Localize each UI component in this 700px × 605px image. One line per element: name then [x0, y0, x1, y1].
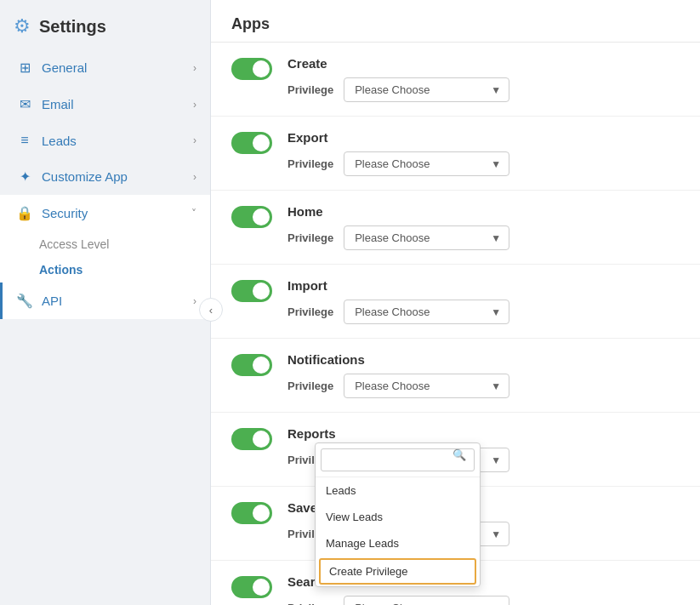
security-icon: 🔒 [16, 205, 33, 221]
perm-info-notifications: Notifications Privilege Please Choose ▼ [287, 352, 680, 398]
leads-arrow: › [193, 134, 196, 146]
privilege-select-import[interactable]: Please Choose [344, 300, 509, 324]
dropdown-option-manage-leads[interactable]: Manage Leads [316, 530, 480, 556]
perm-name-home: Home [287, 204, 680, 219]
select-wrap-search-advanced: Please Choose ▼ [344, 596, 509, 605]
api-icon: 🔧 [16, 293, 33, 309]
toggle-create[interactable] [231, 58, 272, 83]
privilege-select-export[interactable]: Please Choose [344, 151, 509, 176]
leads-label: Leads [42, 134, 185, 148]
perm-name-import: Import [287, 278, 680, 293]
select-wrap-notifications: Please Choose ▼ [344, 374, 509, 398]
privilege-row-create: Privilege Please Choose ▼ [287, 77, 680, 102]
sidebar-item-customize-app[interactable]: ✦ Customize App › [0, 158, 210, 195]
permission-row-export: Export Privilege Please Choose ▼ [211, 117, 700, 191]
privilege-select-home[interactable]: Please Choose [344, 225, 509, 250]
toggle-save-as-view[interactable] [231, 502, 272, 527]
sidebar-item-security[interactable]: 🔒 Security ˅ [0, 195, 210, 231]
perm-name-export: Export [287, 130, 680, 145]
sidebar-title: Settings [39, 17, 106, 37]
privilege-select-search-advanced[interactable]: Please Choose [344, 596, 509, 605]
privilege-row-export: Privilege Please Choose ▼ [287, 151, 680, 176]
toggle-reports[interactable] [231, 428, 272, 453]
select-wrap-create: Please Choose ▼ [344, 77, 509, 102]
select-wrap-home: Please Choose ▼ [344, 225, 509, 250]
toggle-notifications[interactable] [231, 354, 272, 379]
dropdown-option-leads[interactable]: Leads [316, 477, 480, 504]
sidebar-item-email[interactable]: ✉ Email › [0, 86, 210, 123]
general-label: General [42, 60, 185, 75]
toggle-import[interactable] [231, 280, 272, 305]
email-arrow: › [193, 99, 196, 111]
security-label: Security [42, 206, 183, 220]
dropdown-search-wrap: 🔍 [316, 443, 480, 477]
sidebar-navigation: ⊞ General › ✉ Email › ≡ Leads › ✦ Custom… [0, 49, 210, 319]
email-icon: ✉ [16, 96, 33, 112]
dropdown-option-create-privilege[interactable]: Create Privilege [319, 558, 476, 585]
api-arrow: › [193, 295, 196, 307]
privilege-row-search-advanced: Privilege Please Choose ▼ [287, 596, 680, 605]
perm-info-import: Import Privilege Please Choose ▼ [287, 278, 680, 324]
toggle-home[interactable] [231, 206, 272, 231]
security-arrow: ˅ [191, 208, 196, 220]
leads-icon: ≡ [16, 133, 33, 148]
sidebar-item-general[interactable]: ⊞ General › [0, 49, 210, 86]
privilege-label-import: Privilege [287, 305, 333, 318]
sidebar-item-api[interactable]: 🔧 API › [0, 283, 210, 319]
sidebar: ⚙ Settings ⊞ General › ✉ Email › ≡ Leads… [0, 0, 211, 605]
email-label: Email [42, 97, 185, 111]
perm-name-create: Create [287, 56, 680, 71]
reports-privilege-dropdown: 🔍 Leads View Leads Manage Leads Create P… [315, 442, 481, 587]
privilege-row-home: Privilege Please Choose ▼ [287, 225, 680, 250]
permission-row-notifications: Notifications Privilege Please Choose ▼ [211, 339, 700, 413]
customize-label: Customize App [42, 169, 185, 184]
privilege-label-export: Privilege [287, 157, 333, 170]
privilege-select-notifications[interactable]: Please Choose [344, 374, 509, 398]
security-subnav: Access Level Actions [0, 231, 210, 283]
sidebar-toggle-button[interactable]: ‹ [199, 298, 223, 322]
select-wrap-export: Please Choose ▼ [344, 151, 509, 176]
privilege-label-notifications: Privilege [287, 380, 333, 392]
privilege-label-create: Privilege [287, 83, 333, 96]
perm-name-notifications: Notifications [287, 352, 680, 367]
customize-icon: ✦ [16, 168, 33, 185]
privilege-label-search-advanced: Privilege [287, 602, 333, 605]
api-label: API [42, 294, 185, 308]
gear-icon: ⚙ [14, 15, 31, 37]
general-arrow: › [193, 62, 196, 74]
dropdown-option-view-leads[interactable]: View Leads [316, 504, 480, 530]
perm-name-reports: Reports [287, 426, 680, 441]
dropdown-search-input[interactable] [321, 448, 475, 471]
sidebar-header: ⚙ Settings [0, 0, 210, 49]
perm-info-home: Home Privilege Please Choose ▼ [287, 204, 680, 250]
privilege-select-create[interactable]: Please Choose [344, 77, 509, 102]
permission-row-create: Create Privilege Please Choose ▼ [211, 43, 700, 117]
subnav-actions[interactable]: Actions [39, 257, 210, 283]
subnav-access-level[interactable]: Access Level [39, 231, 210, 257]
perm-info-create: Create Privilege Please Choose ▼ [287, 56, 680, 102]
toggle-export[interactable] [231, 132, 272, 157]
perm-info-export: Export Privilege Please Choose ▼ [287, 130, 680, 176]
general-icon: ⊞ [16, 60, 33, 76]
section-title: Apps [211, 0, 700, 43]
sidebar-item-leads[interactable]: ≡ Leads › [0, 123, 210, 158]
privilege-row-import: Privilege Please Choose ▼ [287, 300, 680, 324]
privilege-label-home: Privilege [287, 231, 333, 244]
privilege-row-notifications: Privilege Please Choose ▼ [287, 374, 680, 398]
permission-row-import: Import Privilege Please Choose ▼ [211, 265, 700, 339]
toggle-search-advanced[interactable] [231, 576, 272, 601]
permission-row-home: Home Privilege Please Choose ▼ [211, 191, 700, 265]
customize-arrow: › [193, 171, 196, 183]
select-wrap-import: Please Choose ▼ [344, 300, 509, 324]
